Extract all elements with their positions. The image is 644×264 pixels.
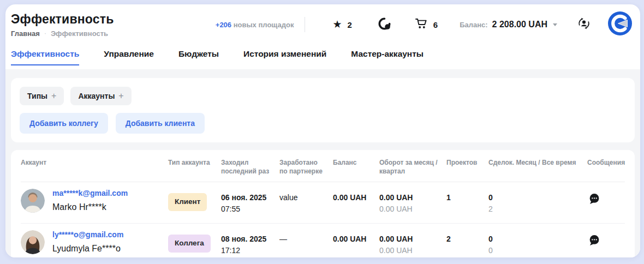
cart-counter[interactable]: 6 [415, 18, 438, 31]
chat-button[interactable] [378, 17, 391, 32]
favorites-count: 2 [347, 20, 351, 29]
message-button[interactable] [587, 192, 600, 206]
switch-account-button[interactable] [577, 16, 591, 33]
new-platforms-label: новых площадок [234, 21, 294, 29]
breadcrumb-current: Эффективность [51, 29, 108, 38]
deals-cell: 0 2 [488, 188, 587, 215]
deals-total: 0 [488, 246, 493, 255]
page-title: Эффективность [11, 12, 114, 27]
favorites-counter[interactable]: ★ 2 [332, 20, 351, 30]
messages-cell [587, 188, 625, 208]
balance-dropdown[interactable]: Баланс: 2 208.00 UAH [460, 20, 557, 29]
last-visit-cell: 06 ноя. 2025 07:55 [221, 188, 279, 215]
last-visit-time: 17:12 [221, 246, 240, 255]
header-actions: +206 новых площадок ★ 2 [216, 11, 633, 38]
breadcrumb-separator: · [44, 29, 46, 37]
turnover-quarter: 0.00 UAH [379, 246, 413, 255]
message-bubble-icon [588, 239, 600, 248]
balance-cell: 0.00 UAH [333, 188, 379, 203]
brand-logo[interactable] [607, 11, 633, 38]
turnover-month: 0.00 UAH [379, 233, 446, 245]
filter-chips: Типы + Аккаунты + [20, 87, 626, 105]
balance-label: Баланс: [460, 21, 487, 29]
plus-icon: + [118, 92, 123, 100]
filter-chip-types-label: Типы [27, 92, 47, 100]
deals-total: 2 [488, 205, 493, 213]
account-cell: ly*****o@gmail.com Lyudmyla Fe****o [21, 229, 168, 255]
message-button[interactable] [587, 233, 600, 248]
c-arrow-logo-icon [607, 11, 633, 38]
col-turnover: Оборот за месяц / квартал [379, 158, 446, 176]
col-account: Аккаунт [21, 158, 168, 167]
account-cell: ma*****k@gmail.com Marko Hr****k [21, 188, 168, 214]
earned-cell: value [279, 188, 333, 203]
header-divider [305, 17, 305, 32]
account-type-cell: Коллега [168, 229, 221, 252]
tab-budgets[interactable]: Бюджеты [178, 49, 219, 65]
account-email-link[interactable]: ma*****k@gmail.com [52, 188, 128, 199]
breadcrumb-home[interactable]: Главная [11, 29, 40, 38]
col-account-type: Тип аккаунта [168, 158, 221, 167]
col-messages: Сообщения [587, 158, 633, 167]
table-row: ly*****o@gmail.com Lyudmyla Fe****o Колл… [21, 224, 625, 257]
plus-icon: + [51, 92, 56, 100]
last-visit-date: 06 ноя. 2025 [221, 192, 279, 203]
projects-cell: 2 [446, 229, 488, 245]
table-header-row: Аккаунт Тип аккаунта Заходил последний р… [21, 150, 625, 182]
balance-value: 2 208.00 UAH [492, 20, 547, 29]
turnover-cell: 0.00 UAH 0.00 UAH [379, 188, 446, 215]
chevron-down-icon [553, 23, 557, 26]
app-window: Эффективность Главная · Эффективность +2… [5, 4, 640, 257]
cart-icon [415, 18, 428, 31]
new-platforms-count: +206 [216, 21, 231, 29]
balance-cell: 0.00 UAH [333, 229, 379, 245]
col-projects: Проектов [446, 158, 488, 167]
earned-cell: — [279, 229, 333, 245]
add-client-button[interactable]: Добавить клиента [116, 113, 205, 134]
messages-cell [587, 229, 625, 249]
new-platforms-link[interactable]: +206 новых площадок [216, 21, 294, 29]
filter-chip-accounts[interactable]: Аккаунты + [70, 87, 131, 105]
col-earned: Заработано по партнерке [279, 158, 333, 176]
tab-management[interactable]: Управление [104, 49, 154, 65]
chat-icon [378, 17, 391, 32]
projects-cell: 1 [446, 188, 488, 203]
star-icon: ★ [332, 19, 342, 29]
deals-month: 0 [488, 233, 587, 245]
account-type-badge: Коллега [168, 235, 211, 252]
message-bubble-icon [588, 198, 600, 206]
last-visit-date: 08 ноя. 2025 [221, 233, 279, 245]
account-name: Marko Hr****k [52, 201, 128, 214]
switch-account-icon [577, 16, 591, 33]
deals-month: 0 [488, 192, 587, 203]
table-row: ma*****k@gmail.com Marko Hr****k Клиент … [21, 182, 625, 224]
turnover-quarter: 0.00 UAH [379, 205, 413, 213]
filter-chip-types[interactable]: Типы + [20, 87, 64, 105]
avatar [21, 189, 45, 213]
account-type-cell: Клиент [168, 188, 221, 211]
col-balance: Баланс [333, 158, 379, 167]
turnover-month: 0.00 UAH [379, 192, 446, 203]
account-email-link[interactable]: ly*****o@gmail.com [52, 229, 123, 241]
col-last-visit: Заходил последний раз [221, 158, 279, 176]
action-buttons: Добавить коллегу Добавить клиента [20, 113, 626, 134]
add-colleague-button[interactable]: Добавить коллегу [20, 113, 108, 134]
header: Эффективность Главная · Эффективность +2… [5, 4, 640, 38]
tab-master-accounts[interactable]: Мастер-аккаунты [351, 49, 424, 65]
account-type-badge: Клиент [168, 193, 207, 211]
tab-history[interactable]: История изменений [243, 49, 326, 65]
filters-card: Типы + Аккаунты + Добавить коллегу Добав… [11, 78, 635, 142]
content-section: Типы + Аккаунты + Добавить коллегу Добав… [5, 69, 640, 257]
accounts-table: Аккаунт Тип аккаунта Заходил последний р… [11, 150, 635, 257]
tab-bar: Эффективность Управление Бюджеты История… [5, 49, 640, 65]
cart-count: 6 [433, 20, 438, 29]
avatar [21, 230, 45, 254]
account-name: Lyudmyla Fe****o [52, 242, 123, 255]
filter-chip-accounts-label: Аккаунты [78, 92, 115, 100]
title-block: Эффективность Главная · Эффективность [11, 12, 114, 38]
deals-cell: 0 0 [488, 229, 587, 256]
last-visit-time: 07:55 [221, 205, 240, 213]
last-visit-cell: 08 ноя. 2025 17:12 [221, 229, 279, 256]
col-deals: Сделок. Месяц / Все время [488, 158, 587, 167]
tab-effectiveness[interactable]: Эффективность [11, 49, 79, 65]
